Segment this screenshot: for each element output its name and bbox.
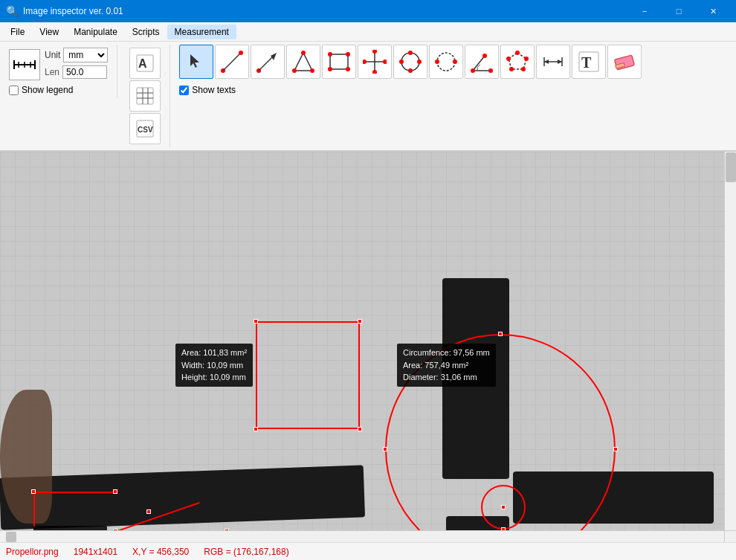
unit-select[interactable]: mm cm px in: [63, 48, 108, 62]
status-rgb: RGB = (176,167,168): [204, 547, 288, 557]
tool-circle-inner[interactable]: [429, 45, 463, 79]
menu-manipulate[interactable]: Manipulate: [66, 25, 125, 39]
svg-marker-22: [294, 53, 312, 71]
length-measurement-line: [33, 492, 35, 530]
svg-point-27: [328, 52, 332, 57]
scrollbar-horizontal-thumb[interactable]: [6, 532, 16, 542]
minimize-button[interactable]: −: [627, 0, 662, 22]
svg-point-51: [515, 51, 520, 55]
show-legend-row: Show legend: [9, 85, 73, 95]
tool-polygon[interactable]: [500, 45, 535, 79]
len-input[interactable]: [62, 65, 107, 79]
svg-point-54: [509, 67, 514, 71]
calibrate-icon[interactable]: [9, 49, 40, 80]
main-content: Unit mm cm px in Len: [0, 42, 736, 560]
svg-point-24: [310, 68, 314, 73]
text-export-btn[interactable]: A: [129, 48, 161, 79]
svg-point-48: [488, 68, 493, 73]
svg-point-55: [506, 57, 511, 61]
close-button[interactable]: ✕: [696, 0, 730, 22]
window-controls: − □ ✕: [627, 0, 730, 22]
status-dimensions: 1941x1401: [74, 547, 117, 557]
propeller-blade-top: [442, 278, 509, 479]
menu-scripts[interactable]: Scripts: [125, 25, 167, 39]
export-buttons: A CSV: [129, 48, 161, 144]
svg-point-23: [301, 51, 306, 55]
menu-measurement[interactable]: Measurement: [167, 25, 236, 39]
len-label: Len: [45, 67, 59, 77]
svg-point-49: [482, 54, 487, 58]
svg-marker-15: [190, 54, 199, 68]
statusbar: Propellor.png 1941x1401 X,Y = 456,350 RG…: [0, 542, 736, 560]
show-texts-row: Show texts: [179, 85, 642, 95]
svg-point-40: [408, 68, 413, 73]
tool-buttons: T: [179, 45, 642, 79]
unit-label: Unit: [45, 50, 60, 60]
svg-text:T: T: [581, 54, 592, 71]
hand-object: [0, 390, 52, 524]
svg-point-28: [346, 52, 350, 57]
app-title: Image inspector ver. 0.01: [23, 6, 627, 16]
tool-line[interactable]: [215, 45, 249, 79]
tool-circle-outer[interactable]: [393, 45, 427, 79]
tool-triangle[interactable]: [286, 45, 320, 79]
calibration-section: Unit mm cm px in Len: [6, 45, 117, 98]
tool-cross[interactable]: [358, 45, 392, 79]
svg-point-29: [346, 67, 350, 71]
tools-section: T Show texts: [179, 45, 642, 95]
length-h-line-top: [33, 492, 115, 493]
svg-text:A: A: [138, 57, 147, 70]
toolbar: Unit mm cm px in Len: [0, 42, 736, 152]
image-viewport[interactable]: Area: 101,83 mm² Width: 10,09 mm Height:…: [0, 152, 724, 530]
propeller-blade-bottom: [446, 516, 509, 530]
svg-point-37: [401, 53, 419, 71]
svg-point-36: [383, 59, 387, 64]
svg-marker-21: [271, 53, 277, 60]
svg-point-41: [399, 59, 404, 64]
csv-export-btn[interactable]: CSV: [129, 113, 161, 144]
svg-point-18: [239, 51, 243, 55]
tool-eraser[interactable]: [607, 45, 642, 79]
scrollbar-horizontal[interactable]: [0, 530, 724, 542]
tool-text[interactable]: T: [572, 45, 606, 79]
canvas-wrapper: Area: 101,83 mm² Width: 10,09 mm Height:…: [0, 152, 736, 542]
status-filename: Propellor.png: [6, 547, 59, 557]
show-texts-checkbox[interactable]: [179, 86, 189, 95]
svg-marker-60: [558, 59, 562, 64]
tool-cursor[interactable]: [179, 45, 213, 79]
tool-rectangle[interactable]: [322, 45, 356, 79]
scrollbar-vertical[interactable]: [724, 152, 736, 530]
show-legend-label[interactable]: Show legend: [22, 85, 73, 95]
tool-angle[interactable]: [465, 45, 499, 79]
scrollbar-vertical-thumb[interactable]: [726, 152, 736, 182]
svg-marker-50: [509, 53, 526, 69]
svg-point-33: [372, 50, 377, 54]
show-legend-checkbox[interactable]: [9, 86, 19, 95]
svg-point-35: [363, 59, 367, 64]
svg-rect-26: [330, 54, 348, 69]
svg-point-47: [471, 68, 475, 73]
svg-point-38: [408, 51, 413, 55]
grid-export-btn[interactable]: [129, 80, 161, 112]
menu-file[interactable]: File: [3, 25, 32, 39]
svg-point-25: [292, 68, 297, 73]
svg-text:CSV: CSV: [138, 126, 153, 134]
propeller-blade-right: [513, 472, 714, 524]
tool-measure-line[interactable]: [536, 45, 570, 79]
scrollbar-corner: [724, 530, 736, 542]
show-texts-label[interactable]: Show texts: [192, 85, 236, 95]
svg-point-42: [437, 53, 455, 71]
svg-point-52: [524, 57, 529, 61]
tool-arrow[interactable]: [251, 45, 285, 79]
app-icon: 🔍: [6, 5, 19, 17]
svg-line-46: [473, 56, 485, 71]
status-coordinates: X,Y = 456,350: [132, 547, 189, 557]
svg-marker-59: [544, 59, 549, 64]
titlebar: 🔍 Image inspector ver. 0.01 − □ ✕: [0, 0, 736, 22]
svg-point-43: [435, 59, 439, 64]
maximize-button[interactable]: □: [662, 0, 696, 22]
menu-view[interactable]: View: [32, 25, 66, 39]
menubar: File View Manipulate Scripts Measurement: [0, 22, 736, 42]
export-section: A CSV: [126, 45, 170, 147]
unit-len-group: Unit mm cm px in Len: [45, 48, 108, 82]
